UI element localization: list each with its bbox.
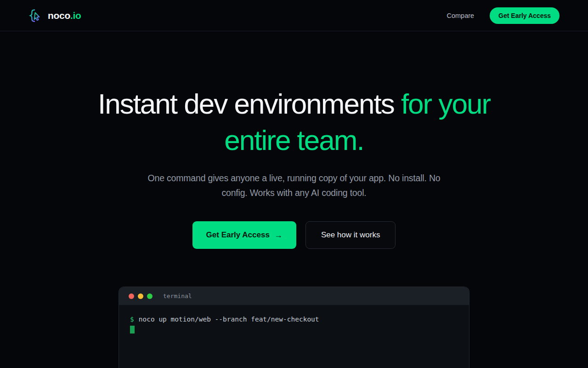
hero-title: Instant dev environments for your entire… — [87, 86, 501, 158]
primary-cta-label: Get Early Access — [206, 230, 270, 240]
get-early-access-button[interactable]: Get Early Access → — [192, 221, 296, 249]
hero-title-white: Instant dev environments — [98, 88, 394, 120]
zoom-traffic-light-icon[interactable] — [147, 293, 153, 299]
logo-curly-brace-cursor-icon — [28, 8, 43, 23]
arrow-right-icon: → — [274, 231, 283, 239]
header-nav: Compare Get Early Access — [447, 7, 560, 24]
hero-section: Instant dev environments for your entire… — [0, 31, 588, 249]
terminal-command-line: $noco up motion/web --branch feat/new-ch… — [130, 315, 458, 324]
nav-link-compare[interactable]: Compare — [447, 12, 474, 19]
terminal-command: noco up motion/web --branch feat/new-che… — [139, 316, 319, 323]
header: noco.io Compare Get Early Access — [0, 0, 588, 31]
terminal-window: terminal $noco up motion/web --branch fe… — [119, 287, 469, 368]
terminal-titlebar: terminal — [119, 287, 469, 305]
brand-logo[interactable]: noco.io — [28, 8, 81, 23]
header-get-early-access-button[interactable]: Get Early Access — [490, 7, 560, 24]
terminal-prompt: $ — [130, 316, 134, 323]
close-traffic-light-icon[interactable] — [129, 293, 134, 299]
brand-tld: .io — [70, 10, 81, 21]
see-how-it-works-button[interactable]: See how it works — [305, 221, 396, 249]
terminal-body[interactable]: $noco up motion/web --branch feat/new-ch… — [119, 305, 469, 368]
cta-row: Get Early Access → See how it works — [0, 221, 588, 249]
brand-name: noco.io — [48, 10, 81, 21]
landing-page: noco.io Compare Get Early Access Instant… — [0, 0, 588, 368]
minimize-traffic-light-icon[interactable] — [138, 293, 143, 299]
hero-subtitle: One command gives anyone a live, running… — [141, 171, 447, 200]
terminal-title: terminal — [163, 293, 192, 299]
terminal-cursor — [130, 326, 135, 334]
